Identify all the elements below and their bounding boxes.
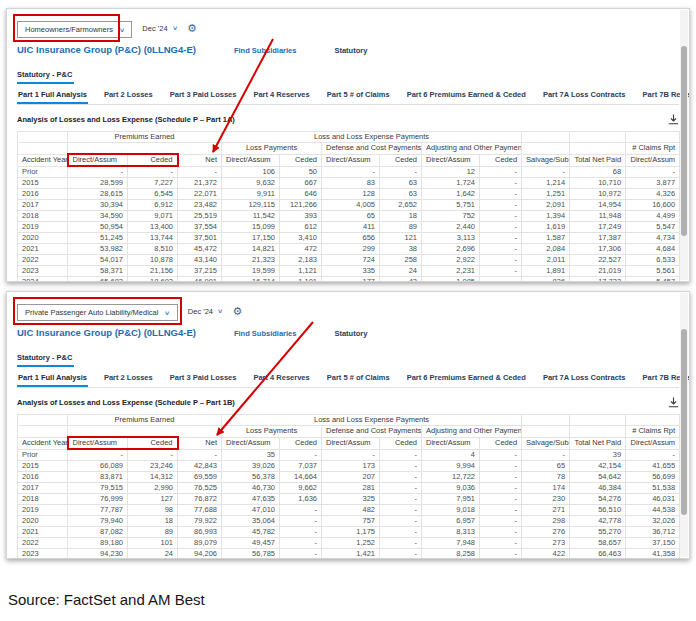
tab-part-2-losses[interactable]: Part 2 Losses — [103, 373, 154, 387]
col-header-defense-ceded: Ceded — [380, 154, 422, 166]
col-header-loss-ceded: Ceded — [280, 154, 322, 166]
tab-part-7a-loss-contracts[interactable]: Part 7A Loss Contracts — [542, 373, 627, 387]
subtab-statutory-pc[interactable]: Statutory - P&C — [17, 350, 74, 367]
scrollbar-thumb[interactable] — [681, 46, 687, 236]
cell: - — [480, 494, 522, 505]
statutory-label[interactable]: Statutory — [334, 329, 367, 338]
cell: 49,457 — [222, 538, 280, 549]
cell: 299 — [322, 244, 380, 255]
download-icon[interactable] — [668, 111, 679, 129]
cell: 2,084 — [522, 244, 570, 255]
row-label: Prior — [18, 166, 68, 178]
cell: 2,696 — [422, 244, 480, 255]
lob-dropdown[interactable]: Private Passenger Auto Liability/Medical… — [17, 304, 178, 321]
cell: - — [380, 449, 422, 461]
lob-dropdown[interactable]: Homeowners/Farmowners ∨ — [17, 21, 132, 38]
find-subsidiaries-link[interactable]: Find Subsidiaries — [234, 46, 297, 55]
cell: 276 — [522, 527, 570, 538]
cell: - — [128, 449, 178, 461]
tab-part-4-reserves[interactable]: Part 4 Reserves — [252, 90, 310, 104]
statutory-label[interactable]: Statutory — [334, 46, 367, 55]
cell: 76,525 — [178, 483, 222, 494]
header-spacer — [18, 132, 68, 143]
cell: 21,372 — [178, 178, 222, 189]
cell: 77,688 — [178, 505, 222, 516]
cell: 9,994 — [422, 461, 480, 472]
row-label: 2019 — [18, 222, 68, 233]
cell: - — [626, 166, 680, 178]
table-row: 201566,08923,24642,84339,0267,037173-9,9… — [18, 461, 680, 472]
col-header-defense-direct-assum: Direct/Assum — [322, 437, 380, 449]
cell: 18,692 — [128, 277, 178, 283]
cell: 42 — [380, 277, 422, 283]
cell: - — [68, 166, 128, 178]
cell: 2,011 — [522, 255, 570, 266]
cell: 9,036 — [422, 483, 480, 494]
cell: 9,071 — [128, 211, 178, 222]
cell: - — [280, 527, 322, 538]
cell: 89 — [128, 527, 178, 538]
cell: 101 — [128, 538, 178, 549]
cell: 3,410 — [280, 233, 322, 244]
cell: - — [178, 449, 222, 461]
subtab-statutory-pc[interactable]: Statutory - P&C — [17, 67, 74, 84]
panel-scrollbar — [680, 293, 688, 557]
cell: 38 — [380, 244, 422, 255]
cell: - — [480, 505, 522, 516]
download-icon[interactable] — [668, 394, 679, 412]
cell: 18 — [128, 516, 178, 527]
cell: 46,730 — [222, 483, 280, 494]
date-dropdown[interactable]: Dec '24 ∨ — [188, 307, 223, 316]
tab-part-3-paid-losses[interactable]: Part 3 Paid Losses — [169, 373, 238, 387]
col-group-loss-payments: Loss Payments — [222, 426, 322, 438]
cell: 25,519 — [178, 211, 222, 222]
cell: 35 — [222, 449, 280, 461]
find-subsidiaries-link[interactable]: Find Subsidiaries — [234, 329, 297, 338]
group-title[interactable]: UIC Insurance Group (P&C) (0LLNG4-E) — [17, 327, 196, 338]
group-title[interactable]: UIC Insurance Group (P&C) (0LLNG4-E) — [17, 44, 196, 55]
tab-part-6-premiums-earned-ceded[interactable]: Part 6 Premiums Earned & Ceded — [406, 90, 527, 104]
col-group-premiums-earned: Premiums Earned — [68, 132, 222, 143]
cell: 43,140 — [178, 255, 222, 266]
col-header-net: Net — [178, 154, 222, 166]
tab-bar: Part 1 Full AnalysisPart 2 LossesPart 3 … — [17, 366, 679, 388]
cell: 68 — [570, 166, 626, 178]
cell: 6,533 — [626, 255, 680, 266]
tab-part-7a-loss-contracts[interactable]: Part 7A Loss Contracts — [542, 90, 627, 104]
cell: - — [280, 449, 322, 461]
cell: 83 — [322, 178, 380, 189]
gear-icon[interactable]: ⚙ — [232, 306, 242, 317]
cell: 23,246 — [128, 461, 178, 472]
toolbar: Homeowners/Farmowners ∨ Dec '24 ∨ ⚙ — [17, 16, 679, 40]
col-header-premiums-direct-assum: Direct/Assum — [68, 437, 128, 449]
cell: 106 — [222, 166, 280, 178]
cell: 42,154 — [570, 461, 626, 472]
col-header-total-net-paid: Total Net Paid — [570, 437, 626, 449]
cell: - — [322, 166, 380, 178]
gear-icon[interactable]: ⚙ — [187, 23, 197, 34]
cell: 56,785 — [222, 549, 280, 560]
tab-part-1-full-analysis[interactable]: Part 1 Full Analysis — [17, 373, 88, 387]
tab-part-1-full-analysis[interactable]: Part 1 Full Analysis — [17, 90, 88, 104]
cell: 8,510 — [128, 244, 178, 255]
tab-part-2-losses[interactable]: Part 2 Losses — [103, 90, 154, 104]
cell: 66,089 — [68, 461, 128, 472]
tab-part-3-paid-losses[interactable]: Part 3 Paid Losses — [169, 90, 238, 104]
cell: 63 — [380, 189, 422, 200]
date-dropdown[interactable]: Dec '24 ∨ — [142, 24, 177, 33]
cell: 482 — [322, 505, 380, 516]
col-header-accident-year: Accident Year — [18, 154, 68, 166]
cell: 79,515 — [68, 483, 128, 494]
cell: 69,559 — [178, 472, 222, 483]
row-label: Prior — [18, 449, 68, 461]
cell: 207 — [322, 472, 380, 483]
cell: 89,180 — [68, 538, 128, 549]
col-header-defense-ceded: Ceded — [380, 437, 422, 449]
tab-part-6-premiums-earned-ceded[interactable]: Part 6 Premiums Earned & Ceded — [406, 373, 527, 387]
scrollbar-thumb[interactable] — [681, 329, 687, 515]
table-row: 202358,37121,15637,21519,5991,121335242,… — [18, 266, 680, 277]
tab-part-4-reserves[interactable]: Part 4 Reserves — [252, 373, 310, 387]
tab-part-5-of-claims[interactable]: Part 5 # of Claims — [326, 90, 391, 104]
cell: 58,657 — [570, 538, 626, 549]
tab-part-5-of-claims[interactable]: Part 5 # of Claims — [326, 373, 391, 387]
